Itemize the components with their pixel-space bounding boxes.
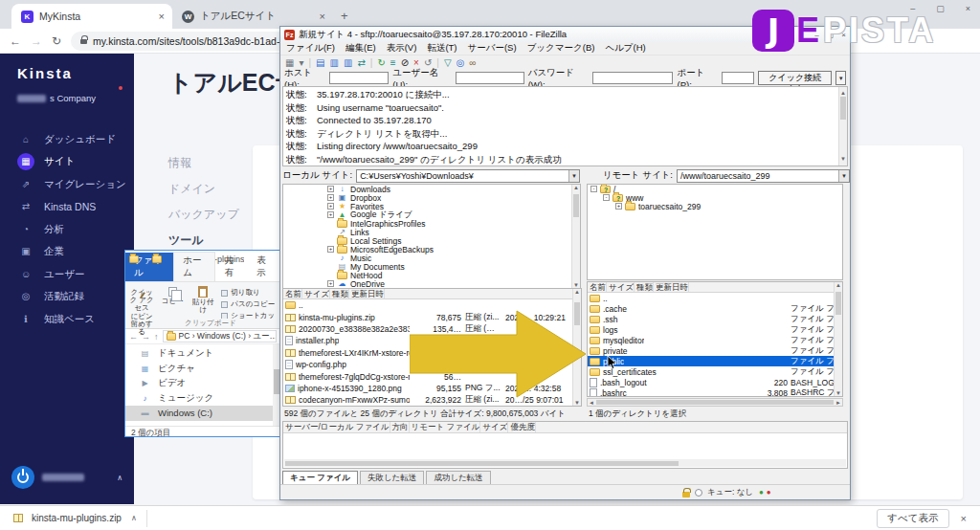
host-input[interactable] [329, 72, 389, 84]
toolbar-icon[interactable]: ◎ [457, 57, 465, 68]
column-header[interactable]: 種類 [330, 289, 349, 298]
expand-toggle[interactable]: + [327, 280, 334, 287]
column-header[interactable]: 更新日時 [349, 289, 385, 298]
cut-button[interactable]: 切り取り [221, 288, 277, 298]
chevron-up-icon[interactable]: ∧ [131, 514, 137, 522]
vertical-scrollbar[interactable]: ▲▼ [838, 87, 847, 166]
local-site-combobox[interactable]: C:¥Users¥Yoshi¥Downloads¥ ▼ [356, 169, 580, 183]
copy-button[interactable]: コピー [160, 285, 185, 319]
tree-item[interactable]: ♪ Music [283, 254, 580, 262]
tree-item[interactable]: ▤ My Documents [283, 262, 580, 271]
file-row[interactable]: private ファイル フォ... 20… [588, 345, 842, 356]
menu-item[interactable]: ヘルプ(H) [605, 42, 645, 55]
tree-item[interactable]: + ★ Favorites [283, 202, 580, 210]
menu-item[interactable]: 転送(T) [427, 42, 457, 55]
vertical-scrollbar[interactable]: ▲▼ [834, 282, 842, 396]
tree-item[interactable]: + MicrosoftEdgeBackups [283, 245, 580, 254]
column-header[interactable]: 種類 [635, 282, 654, 292]
explorer-sidebar-item[interactable]: ▦ ピクチャ [125, 362, 280, 377]
tree-item[interactable]: + ↓ Downloads [283, 185, 580, 193]
column-header[interactable]: サイズ [607, 282, 635, 292]
queue-column-header[interactable]: リモート ファイル [410, 422, 481, 432]
menu-item[interactable]: 編集(E) [345, 42, 376, 55]
file-row[interactable]: .ssh ファイル フォ... 20… [588, 314, 842, 324]
copy-path-button[interactable]: パスのコピー [221, 299, 277, 309]
expand-toggle[interactable]: + [327, 246, 334, 253]
browser-tab[interactable]: K MyKinsta × [11, 4, 172, 29]
tree-item[interactable]: + ▲ Google ドライブ [283, 210, 580, 219]
expand-toggle[interactable]: + [327, 203, 334, 210]
expand-toggle[interactable]: - [590, 186, 597, 192]
column-header[interactable]: サイズ [302, 289, 330, 298]
breadcrumb[interactable]: PC › Windows (C:) › ユー… [163, 330, 278, 342]
queue-column-header[interactable]: 優先度 [508, 422, 536, 432]
expand-toggle[interactable]: - [603, 194, 610, 201]
tab-close-icon[interactable]: × [320, 11, 325, 22]
sidebar-nav-item[interactable]: ◔ 分析 [0, 218, 134, 241]
ribbon-tab[interactable]: 共有 [215, 253, 248, 281]
toolbar-icon[interactable]: ▥ [330, 57, 339, 68]
remote-site-combobox[interactable]: /www/toaruecsaito_299 ▼ [677, 169, 850, 183]
explorer-sidebar-item[interactable]: ▤ ドキュメント [125, 346, 280, 362]
horizontal-scrollbar[interactable] [284, 459, 846, 467]
expand-toggle[interactable]: + [327, 186, 334, 192]
expand-toggle[interactable]: + [327, 194, 334, 201]
quickconnect-dropdown-icon[interactable]: ▾ [835, 71, 846, 85]
new-tab-button[interactable]: + [341, 9, 348, 23]
menu-item[interactable]: ファイル(F) [286, 42, 335, 55]
back-icon[interactable]: ← [10, 34, 21, 48]
tree-item[interactable]: ↗ Links [283, 228, 580, 236]
toolbar-icon[interactable]: | [370, 57, 373, 68]
subnav-item[interactable]: バックアップ [168, 207, 239, 232]
sidebar-nav-item[interactable]: ⇗ マイグレーション [0, 173, 134, 196]
file-row[interactable]: public ファイル フォ... 20… [588, 356, 842, 366]
menu-item[interactable]: サーバー(S) [468, 42, 517, 55]
paste-shortcut-button[interactable]: ショートカットの貼り付け [221, 311, 277, 319]
tree-item[interactable]: + ☁ OneDrive [283, 279, 580, 288]
quickconnect-button[interactable]: クイック接続(Q) [758, 71, 832, 85]
subnav-item[interactable]: 情報 [168, 155, 239, 181]
horizontal-scrollbar[interactable]: ◄► [587, 398, 843, 407]
subnav-item[interactable]: ドメイン [168, 181, 239, 207]
file-row[interactable]: .cache ファイル フォ... 20… [588, 303, 842, 314]
show-all-downloads-button[interactable]: すべて表示 [877, 509, 948, 528]
sidebar-nav-item[interactable]: ▦ サイト [0, 151, 134, 174]
sidebar-nav-item[interactable]: ◎ 活動記録 [0, 286, 134, 309]
queue-column-header[interactable]: 方向 [390, 422, 410, 432]
password-input[interactable] [592, 72, 673, 84]
column-header[interactable]: 名前 [588, 282, 607, 292]
paste-button[interactable]: 貼り付け [190, 285, 215, 319]
queue-column-header[interactable]: サーバー/ローカル ファイル [283, 422, 390, 432]
explorer-sidebar-item[interactable]: ♪ ミュージック [125, 391, 280, 407]
file-row[interactable]: .bash_logout 220 BASH_LOG... 20… [588, 377, 842, 387]
menu-item[interactable]: 表示(V) [387, 42, 417, 55]
tree-item[interactable]: + toaruecsaito_299 [588, 202, 842, 210]
toolbar-icon[interactable]: ∞ [469, 57, 476, 68]
sidebar-nav-item[interactable]: ▣ 企業 [0, 241, 134, 264]
expand-toggle[interactable]: + [327, 211, 334, 218]
download-item[interactable]: kinsta-mu-plugins.zip ∧ [13, 513, 137, 523]
port-input[interactable] [722, 72, 754, 84]
sidebar-nav-item[interactable]: ℹ 知識ベース [0, 308, 134, 331]
explorer-sidebar-item[interactable]: ▶ ビデオ [125, 376, 280, 391]
vertical-scrollbar[interactable]: ▲▼ [571, 185, 580, 288]
sidebar-nav-item[interactable]: ☺ ユーザー [0, 263, 134, 286]
file-row[interactable]: .bashrc 3,808 BASHRC フ... 20… [588, 387, 842, 397]
user-menu[interactable]: ∧ [0, 458, 134, 497]
tab-close-icon[interactable]: × [159, 11, 165, 22]
toolbar-icon[interactable]: ▥ [344, 57, 352, 68]
toolbar-icon[interactable]: ↻ [377, 57, 385, 68]
tree-item[interactable]: IntelGraphicsProfiles [283, 219, 580, 228]
file-row[interactable]: .. [588, 293, 842, 303]
tree-item[interactable]: NetHood [283, 271, 580, 279]
menu-item[interactable]: ブックマーク(B) [527, 42, 595, 55]
company-selector[interactable]: s Company [0, 81, 134, 103]
ribbon-tab[interactable]: ホーム [173, 252, 215, 281]
toolbar-icon[interactable]: ⇄ [357, 57, 365, 68]
sidebar-nav-item[interactable]: ⇄ Kinsta DNS [0, 196, 134, 219]
explorer-sidebar-item[interactable]: ▬ Windows (C:) [125, 406, 280, 421]
ribbon-tab[interactable]: 表示 [248, 253, 280, 281]
close-download-bar-icon[interactable]: × [961, 513, 967, 524]
column-header[interactable]: 更新日時 [654, 282, 689, 292]
tree-item[interactable]: + ▣ Dropbox [283, 193, 580, 202]
